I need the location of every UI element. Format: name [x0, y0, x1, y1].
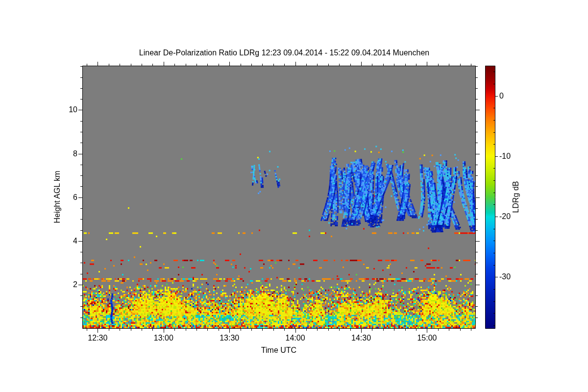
- x-tick-label: 13:00: [144, 334, 183, 343]
- chart-title: Linear De-Polarization Ratio LDRg 12:23 …: [78, 49, 490, 57]
- y-tick-label: 4: [53, 237, 77, 245]
- colorbar-tick-label: 0: [499, 92, 523, 100]
- x-axis-label: Time UTC: [259, 346, 298, 355]
- y-tick-label: 2: [53, 280, 77, 289]
- x-tick-label: 12:30: [78, 334, 117, 343]
- ldr-quicklook-figure: Linear De-Polarization Ratio LDRg 12:23 …: [0, 0, 588, 392]
- heatmap-canvas: [0, 0, 588, 392]
- y-tick-label: 8: [53, 149, 77, 158]
- colorbar-label: LDRg dB: [512, 181, 520, 213]
- colorbar-tick-label: -30: [499, 272, 523, 281]
- colorbar-tick-label: -20: [499, 212, 523, 221]
- y-tick-label: 10: [53, 105, 77, 114]
- y-axis-label: Height AGL km: [53, 171, 62, 223]
- x-tick-label: 14:00: [276, 334, 315, 343]
- x-tick-label: 14:30: [342, 334, 381, 343]
- x-tick-label: 13:30: [210, 334, 249, 343]
- colorbar-tick-label: -10: [499, 152, 523, 161]
- x-tick-label: 15:00: [407, 334, 446, 343]
